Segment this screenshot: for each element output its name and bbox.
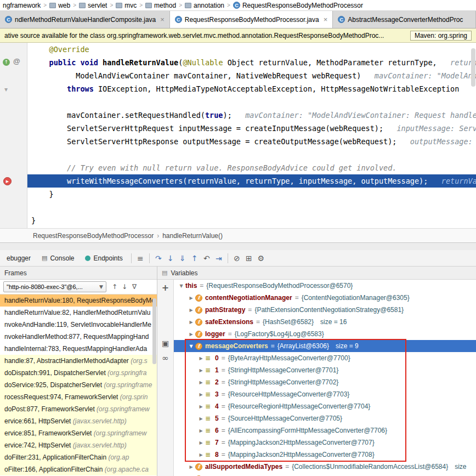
stack-frame[interactable]: rocessRequest:974, FrameworkServlet (org… xyxy=(0,391,157,403)
frames-scrollbar[interactable] xyxy=(152,298,156,364)
show-return-values-icon[interactable]: ∞ xyxy=(160,353,172,363)
variable-row[interactable]: ▶fcontentNegotiationManager={ContentNego… xyxy=(174,292,476,304)
code-line[interactable] xyxy=(27,201,476,214)
stack-frame[interactable]: handle:87, AbstractHandlerMethodAdapter … xyxy=(0,355,157,367)
code-line[interactable]: ServletServerHttpResponse outputMessage … xyxy=(27,135,476,148)
expand-icon[interactable]: ▶ xyxy=(197,356,205,361)
variable-row[interactable]: ▼this={RequestResponseBodyMethodProcesso… xyxy=(174,280,476,292)
stack-frame[interactable]: doService:925, DispatcherServlet (org.sp… xyxy=(0,379,157,391)
variable-row[interactable]: ▶fpathStrategy={PathExtensionContentNego… xyxy=(174,304,476,316)
debug-tab-endpoints[interactable]: Endpoints xyxy=(80,250,128,266)
expand-icon[interactable]: ▶ xyxy=(187,308,195,313)
expand-icon[interactable]: ▶ xyxy=(197,380,205,385)
stack-frame[interactable]: doDispatch:991, DispatcherServlet (org.s… xyxy=(0,367,157,379)
next-frame-icon[interactable]: ↓ xyxy=(120,283,129,291)
variable-row[interactable]: ▶≡0={ByteArrayHttpMessageConverter@7700} xyxy=(174,352,476,364)
variable-row[interactable]: ▶≡6={AllEncompassingFormHttpMessageConve… xyxy=(174,424,476,437)
close-tab-icon[interactable]: × xyxy=(160,15,165,24)
stack-frame[interactable]: ervice:851, FrameworkServlet (org.spring… xyxy=(0,427,157,439)
expand-icon[interactable]: ▶ xyxy=(187,464,195,469)
debug-tab-ebugger[interactable]: ebugger xyxy=(1,250,36,266)
breadcrumb-item[interactable]: method xyxy=(144,2,178,9)
step-over-icon[interactable]: ↷ xyxy=(152,254,165,263)
override-marker-icon[interactable]: ↑ xyxy=(3,59,10,66)
breadcrumb-item[interactable]: annotation xyxy=(183,2,226,9)
variable-row[interactable]: ▶≡4={ResourceRegionHttpMessageConverter@… xyxy=(174,400,476,412)
expand-icon[interactable]: ▶ xyxy=(197,392,205,397)
panel-splitter[interactable] xyxy=(0,242,476,250)
expand-icon[interactable]: ▶ xyxy=(187,296,195,301)
layout-grid-icon[interactable]: ⊞ xyxy=(243,254,255,263)
expand-icon[interactable]: ▶ xyxy=(197,368,205,373)
code-line[interactable]: mavContainer.setRequestHandled(true); ma… xyxy=(27,109,476,122)
breadcrumb-item[interactable]: web xyxy=(48,2,72,9)
stack-frame[interactable]: handleReturnValue:180, RequestResponseBo… xyxy=(0,294,157,307)
code-line[interactable]: writeWithMessageConverters(returnValue, … xyxy=(27,174,476,188)
editor-tab[interactable]: CndlerMethodReturnValueHandlerComposite.… xyxy=(0,11,170,28)
close-tab-icon[interactable]: × xyxy=(324,15,328,24)
stack-frame[interactable]: handleReturnValue:82, HandlerMethodRetur… xyxy=(0,307,157,319)
drop-frame-icon[interactable]: ↶ xyxy=(201,254,213,263)
editor-scrollbar[interactable] xyxy=(471,48,475,87)
layout-menu-icon[interactable]: ≡ xyxy=(134,254,146,263)
thread-selector[interactable]: "http-nio-8080-exec-3"@6,... ▼ xyxy=(3,281,106,292)
code-editor[interactable]: ↑ @ ▾ ▶ @Override public void handleRetu… xyxy=(0,43,476,228)
prev-frame-icon[interactable]: ↑ xyxy=(110,283,120,291)
variable-row[interactable]: ▶flogger={LogFactory$Log4jLog@6583} xyxy=(174,328,476,340)
code-line[interactable]: ModelAndViewContainer mavContainer, Nati… xyxy=(27,69,476,82)
code-line[interactable] xyxy=(27,95,476,109)
stack-frame[interactable]: doFilter:231, ApplicationFilterChain (or… xyxy=(0,451,157,463)
code-line[interactable]: ServletServerHttpRequest inputMessage = … xyxy=(27,122,476,135)
stack-frame[interactable]: doPost:877, FrameworkServlet (org.spring… xyxy=(0,403,157,415)
code-line[interactable]: } xyxy=(27,214,476,227)
settings-icon[interactable]: ⚙ xyxy=(255,254,267,263)
expand-icon[interactable]: ▶ xyxy=(197,404,205,409)
run-to-cursor-icon[interactable]: ⇥ xyxy=(213,254,225,263)
add-watch-icon[interactable]: + xyxy=(160,282,172,293)
stack-frame[interactable]: handleInternal:783, RequestMappingHandle… xyxy=(0,343,157,355)
expand-icon[interactable]: ▶ xyxy=(187,332,195,337)
expand-icon[interactable]: ▶ xyxy=(197,416,205,421)
collapse-icon[interactable]: ▼ xyxy=(177,284,185,288)
variable-row[interactable]: ▶≡2={StringHttpMessageConverter@7702} xyxy=(174,376,476,388)
breadcrumb-item[interactable]: mvc xyxy=(114,2,138,9)
code-line[interactable]: // Try even with null return value. Resp… xyxy=(27,161,476,174)
breakpoint-icon[interactable]: ▶ xyxy=(3,177,12,185)
breadcrumb-item[interactable]: handleReturnValue() xyxy=(162,232,223,240)
fold-arrow-icon[interactable]: ▾ xyxy=(4,86,8,93)
breadcrumb-item[interactable]: ngframework xyxy=(1,2,42,9)
force-step-into-icon[interactable]: ⇓ xyxy=(177,254,189,263)
variable-row[interactable]: ▶≡7={MappingJackson2HttpMessageConverter… xyxy=(174,437,476,449)
breadcrumb-item[interactable]: RequestResponseBodyMethodProcessor xyxy=(33,232,154,240)
variable-row[interactable]: ▼fmessageConverters={ArrayList@6306}size… xyxy=(174,340,476,352)
collapse-icon[interactable]: ▼ xyxy=(187,344,195,349)
code-line[interactable]: throws IOException, HttpMediaTypeNotAcce… xyxy=(27,82,476,95)
step-into-icon[interactable]: ↓ xyxy=(165,254,177,263)
breadcrumb-item[interactable]: servlet xyxy=(77,2,109,9)
editor-tab[interactable]: CRequestResponseBodyMethodProcessor.java… xyxy=(170,11,333,28)
variable-row[interactable]: ▶≡8={MappingJackson2HttpMessageConverter… xyxy=(174,449,476,461)
stack-frame[interactable]: oFilter:166, ApplicationFilterChain (org… xyxy=(0,463,157,475)
copy-value-icon[interactable]: ▣ xyxy=(160,339,172,348)
expand-icon[interactable]: ▶ xyxy=(187,320,195,325)
variable-row[interactable]: ▶≡1={StringHttpMessageConverter@7701} xyxy=(174,364,476,376)
code-line[interactable] xyxy=(27,148,476,161)
stack-frame[interactable]: ervice:661, HttpServlet (javax.servlet.h… xyxy=(0,415,157,427)
code-line[interactable]: public void handleReturnValue(@Nullable … xyxy=(27,56,476,69)
maven-source-selector[interactable]: Maven: org.spring xyxy=(410,31,472,41)
stack-frame[interactable]: ervice:742, HttpServlet (javax.servlet.h… xyxy=(0,439,157,451)
mute-breakpoints-icon[interactable]: ⊘ xyxy=(231,254,243,263)
editor-tab[interactable]: CAbstractMessageConverterMethodProc xyxy=(333,11,476,28)
variable-row[interactable]: ▶fsafeExtensions={HashSet@6582}size = 16 xyxy=(174,316,476,328)
variable-row[interactable]: ▶≡3={ResourceHttpMessageConverter@7703} xyxy=(174,388,476,400)
hide-library-frames-icon[interactable]: ∇ xyxy=(129,283,139,291)
variable-row[interactable]: ▶fallSupportedMediaTypes={Collections$Un… xyxy=(174,461,476,473)
variable-row[interactable]: ▶≡5={SourceHttpMessageConverter@7705} xyxy=(174,412,476,424)
code-line[interactable]: } xyxy=(27,188,476,201)
expand-icon[interactable]: ▶ xyxy=(197,440,205,445)
expand-icon[interactable]: ▶ xyxy=(197,452,205,457)
variable-row[interactable]: ▶fadvice={RequestResponseBodyAdviceChain… xyxy=(174,473,476,476)
expand-icon[interactable]: ▶ xyxy=(197,428,205,433)
breadcrumb-item[interactable]: CRequestResponseBodyMethodProcessor xyxy=(231,2,365,9)
step-out-icon[interactable]: ↑ xyxy=(189,254,201,263)
